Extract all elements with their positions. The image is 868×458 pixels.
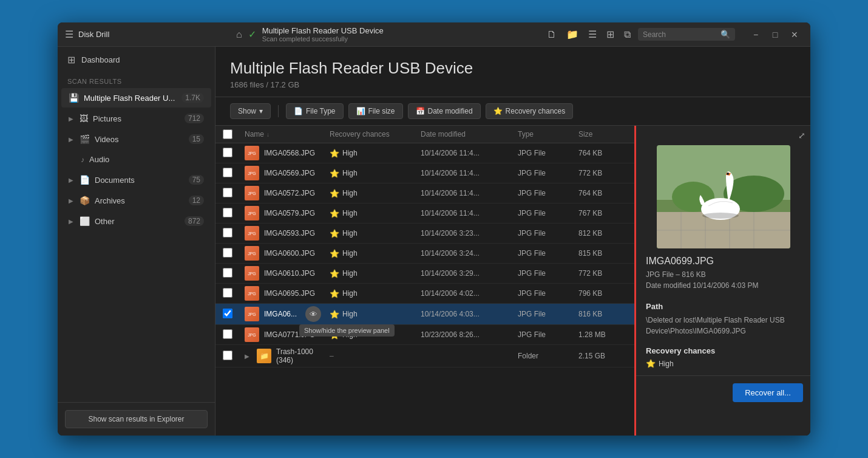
close-button[interactable]: ✕: [786, 26, 803, 43]
sidebar-item-flash[interactable]: 💾 Multiple Flash Reader U... 1.7K: [61, 88, 211, 108]
list-view-icon[interactable]: ☰: [586, 26, 599, 43]
col-checkbox: [223, 129, 245, 139]
content-title: Multiple Flash Reader USB Device: [230, 59, 796, 78]
sidebar-item-documents[interactable]: ▶ 📄 Documents 75: [61, 170, 211, 190]
file-thumbnail: JPG: [245, 307, 259, 321]
row-name-cell: JPG IMGA0569.JPG: [245, 166, 330, 180]
row-filename: IMGA0771.JPG: [264, 330, 315, 339]
open-folder-icon[interactable]: 📁: [564, 26, 581, 43]
row-checkbox[interactable]: [223, 248, 232, 258]
row-checkbox[interactable]: [223, 188, 232, 197]
sidebar: ⊞ Dashboard Scan results 💾 Multiple Flas…: [58, 47, 215, 436]
row-checkbox-cell: [223, 228, 245, 239]
table-row[interactable]: ▶ 📁 Trash-1000 (346) – Folder 2.15 GB: [215, 345, 634, 367]
recover-all-button[interactable]: Recover all...: [733, 383, 803, 402]
row-filename: IMGA0572.JPG: [264, 189, 315, 197]
dashboard-label: Dashboard: [81, 55, 120, 64]
chevron-right-icon-3: ▶: [69, 177, 73, 183]
dashboard-icon: ⊞: [67, 54, 75, 66]
sidebar-item-videos[interactable]: ▶ 🎬 Videos 15: [61, 129, 211, 149]
hamburger-icon[interactable]: ☰: [65, 29, 73, 40]
row-recovery-cell: ⭐High: [330, 189, 421, 198]
show-explorer-button[interactable]: Show scan results in Explorer: [65, 410, 208, 428]
sidebar-dashboard-item[interactable]: ⊞ Dashboard: [58, 47, 215, 73]
search-input[interactable]: [643, 30, 717, 39]
datemodified-button[interactable]: 📅 Date modified: [408, 103, 481, 119]
maximize-button[interactable]: □: [767, 26, 784, 43]
grid-view-icon[interactable]: ⊞: [604, 26, 617, 43]
row-star-icon: ⭐: [330, 149, 339, 158]
table-row[interactable]: JPG IMGA0593.JPG ⭐High 10/14/2006 3:23..…: [215, 224, 634, 244]
filetype-button[interactable]: 📄 File Type: [286, 103, 343, 119]
window-controls: − □ ✕: [747, 26, 803, 43]
filetype-icon: 📄: [294, 107, 303, 115]
table-row[interactable]: JPG IMGA0569.JPG ⭐High 10/14/2006 11:4..…: [215, 163, 634, 183]
preview-toggle-area: 👁 Show/hide the preview panel: [305, 306, 321, 322]
table-row[interactable]: JPG IMGA0579.JPG ⭐High 10/14/2006 11:4..…: [215, 203, 634, 224]
table-row[interactable]: JPG IMGA0771.JPG ⭐High 10/23/2006 8:26..…: [215, 325, 634, 345]
show-button[interactable]: Show ▾: [230, 103, 271, 119]
sidebar-item-pictures[interactable]: ▶ 🖼 Pictures 712: [61, 109, 211, 128]
row-filename: IMGA0610.JPG: [264, 269, 315, 278]
filesize-button[interactable]: 📊 File size: [348, 103, 403, 119]
content-toolbar: Show ▾ 📄 File Type 📊 File size 📅 Date mo…: [215, 97, 810, 126]
row-recovery-text: High: [342, 269, 358, 278]
select-all-checkbox[interactable]: [223, 129, 232, 139]
row-checkbox[interactable]: [223, 329, 232, 339]
col-name[interactable]: Name ↓: [245, 129, 330, 139]
preview-star-icon: ⭐: [646, 359, 656, 368]
show-label: Show: [238, 107, 256, 115]
toolbar-divider-1: [278, 105, 279, 117]
row-checkbox[interactable]: [223, 168, 232, 177]
preview-image-svg: [657, 145, 790, 248]
title-bar-center: ⌂ ✓ Multiple Flash Reader USB Device Sca…: [230, 26, 735, 43]
row-filename: IMGA0579.JPG: [264, 209, 315, 217]
row-checkbox[interactable]: [223, 309, 232, 318]
preview-filetype: JPG File – 816 KB: [636, 270, 810, 281]
file-thumbnail: JPG: [245, 186, 259, 200]
split-view-icon[interactable]: ⧉: [622, 27, 633, 43]
row-checkbox[interactable]: [223, 350, 232, 360]
row-star-icon: ⭐: [330, 169, 339, 178]
sidebar-item-audio[interactable]: ♪ Audio: [61, 150, 211, 169]
recoverychances-button[interactable]: ⭐ Recovery chances: [486, 103, 574, 119]
minimize-button[interactable]: −: [747, 26, 764, 43]
folder-thumbnail: 📁: [257, 349, 271, 363]
row-type-cell: JPG File: [518, 269, 578, 278]
row-checkbox[interactable]: [223, 148, 232, 157]
row-recovery-cell: ⭐High: [330, 310, 421, 319]
table-row[interactable]: JPG IMGA06... 👁 Show/hide the preview pa…: [215, 304, 634, 325]
table-row[interactable]: JPG IMGA0568.JPG ⭐High 10/14/2006 11:4..…: [215, 143, 634, 163]
row-recovery-text: High: [342, 189, 358, 197]
col-size: Size: [578, 129, 627, 139]
row-checkbox[interactable]: [223, 208, 232, 217]
row-recovery-text: High: [342, 330, 358, 339]
star-toolbar-icon: ⭐: [493, 107, 503, 115]
home-button[interactable]: ⌂: [236, 29, 242, 40]
row-date-cell: 10/14/2006 11:4...: [421, 209, 518, 217]
row-checkbox[interactable]: [223, 228, 232, 238]
sidebar-item-other[interactable]: ▶ ⬜ Other 872: [61, 211, 211, 231]
preview-expand-button[interactable]: ⤢: [798, 131, 805, 140]
row-size-cell: 815 KB: [578, 249, 627, 258]
file-list-container[interactable]: Name ↓ Recovery chances Date modified Ty…: [215, 126, 634, 436]
new-file-icon[interactable]: 🗋: [544, 27, 559, 43]
table-row[interactable]: JPG IMGA0572.JPG ⭐High 10/14/2006 11:4..…: [215, 183, 634, 203]
row-checkbox[interactable]: [223, 288, 232, 298]
title-bar-actions: 🗋 📁 ☰ ⊞ ⧉ 🔍: [544, 26, 735, 43]
row-filename: IMGA0568.JPG: [264, 149, 315, 157]
preview-panel: ⤢: [634, 126, 810, 436]
svg-point-12: [702, 213, 739, 219]
row-filename: IMGA0600.JPG: [264, 249, 315, 258]
preview-recovery-label: Recovery chances: [636, 344, 810, 358]
table-row[interactable]: JPG IMGA0695.JPG ⭐High 10/14/2006 4:02..…: [215, 284, 634, 304]
table-row[interactable]: JPG IMGA0600.JPG ⭐High 10/14/2006 3:24..…: [215, 244, 634, 264]
row-checkbox-cell: [223, 248, 245, 259]
row-folder-chevron: ▶: [245, 353, 249, 360]
row-checkbox-cell: [223, 208, 245, 219]
sidebar-item-archives[interactable]: ▶ 📦 Archives 12: [61, 191, 211, 210]
search-box[interactable]: 🔍: [638, 28, 735, 41]
preview-toggle-button[interactable]: 👁: [305, 306, 321, 322]
table-row[interactable]: JPG IMGA0610.JPG ⭐High 10/14/2006 3:29..…: [215, 264, 634, 284]
row-checkbox[interactable]: [223, 268, 232, 278]
